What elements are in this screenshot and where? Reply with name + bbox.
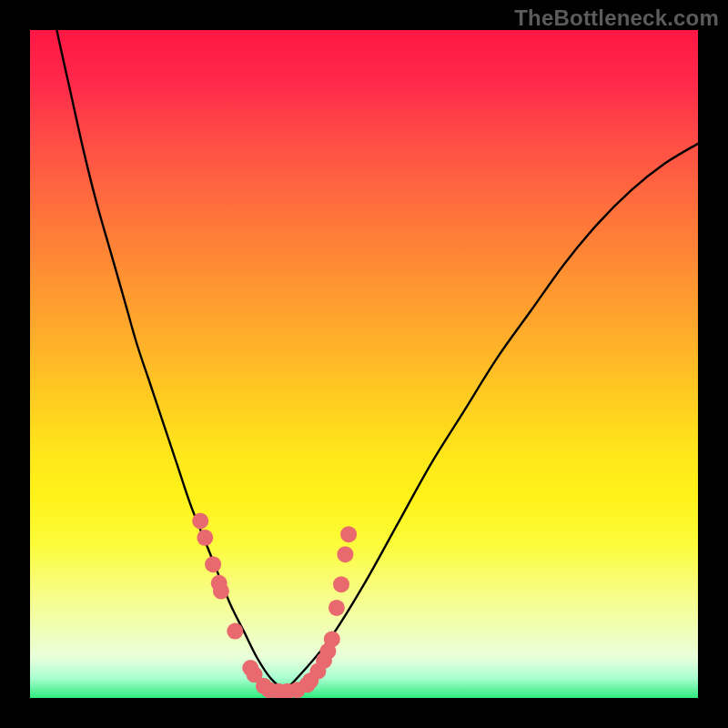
marker-dot [227,623,243,640]
curve-path-group [44,30,698,688]
marker-dot [329,600,345,616]
marker-dot [197,530,213,546]
marker-dot [324,631,340,647]
marker-dot [333,576,349,592]
chart-frame: TheBottleneck.com [0,0,728,728]
watermark-text: TheBottleneck.com [514,5,719,31]
plot-area [30,30,698,698]
marker-dot [205,556,221,572]
bottleneck-curve [44,30,698,688]
marker-dots-group [192,513,357,699]
marker-dot [192,513,208,530]
marker-dot [337,546,353,562]
marker-dot [213,583,229,600]
marker-dot [340,526,357,542]
bottleneck-curve-svg [30,30,698,698]
